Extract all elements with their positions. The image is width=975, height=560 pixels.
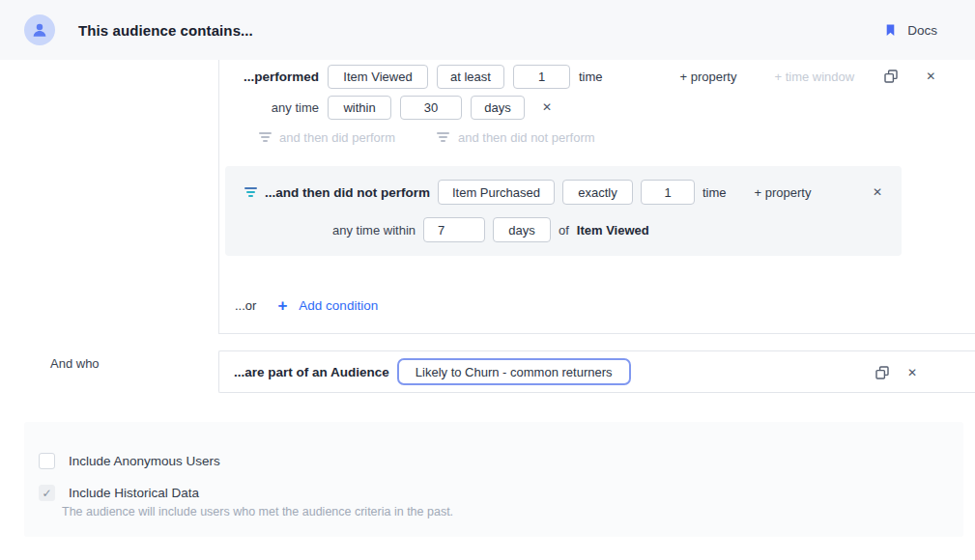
of-event-label: Item Viewed [577, 223, 649, 238]
historical-data-description: The audience will include users who met … [62, 505, 453, 518]
docs-button[interactable]: Docs [884, 0, 937, 60]
and-then-did-perform-option[interactable]: and then did perform [258, 130, 395, 145]
subcount-suffix: time [703, 185, 727, 200]
page-title: This audience contains... [78, 0, 253, 60]
header: This audience contains... Docs [0, 0, 975, 60]
historical-data-checkbox[interactable]: ✓ [39, 485, 55, 501]
subevent-select[interactable]: Item Purchased [438, 180, 555, 205]
options-panel: Include Anonymous Users ✓ Include Histor… [24, 422, 963, 537]
add-time-window-button[interactable]: + time window [774, 70, 854, 84]
condition-card-bottom-border [218, 333, 975, 334]
sub-time-label: any time within [244, 223, 416, 238]
add-condition-button[interactable]: Add condition [299, 298, 378, 313]
audience-row-label: ...are part of an Audience [234, 365, 389, 379]
time-unit-select[interactable]: days [471, 96, 525, 120]
or-label: ...or [235, 298, 256, 313]
audience-row: ...are part of an Audience Likely to Chu… [234, 358, 631, 385]
subcondition-time-row: any time within days of Item Viewed [244, 217, 649, 242]
duplicate-audience-icon[interactable] [875, 366, 889, 379]
audience-select[interactable]: Likely to Churn - common returners [397, 358, 631, 385]
filter-icon [258, 132, 272, 142]
anytime-label: any time [225, 100, 319, 115]
remove-audience-icon[interactable]: ✕ [907, 367, 917, 378]
historical-data-option: ✓ Include Historical Data [39, 485, 199, 501]
performed-label: ...performed [225, 70, 319, 84]
anonymous-users-checkbox[interactable] [39, 453, 55, 469]
suboperator-select[interactable]: exactly [562, 180, 633, 205]
docs-label: Docs [907, 23, 937, 38]
subcondition-row: ...and then did not perform Item Purchas… [244, 180, 882, 205]
bookmark-icon [884, 22, 897, 38]
subcount-input[interactable] [641, 180, 695, 205]
sequence-options-row: and then did perform and then did not pe… [258, 127, 595, 147]
and-then-did-not-perform-option[interactable]: and then did not perform [437, 130, 595, 145]
operator-select[interactable]: at least [437, 65, 504, 89]
audience-row-actions: ✕ [875, 366, 917, 379]
subcondition-label: ...and then did not perform [265, 185, 430, 200]
person-icon [31, 21, 48, 39]
sequence-filter-icon [244, 187, 257, 197]
or-row: ...or + Add condition [235, 295, 378, 315]
time-operator-select[interactable]: within [328, 96, 391, 120]
audience-builder-page: This audience contains... Docs ...perfor… [0, 0, 975, 560]
event-select[interactable]: Item Viewed [328, 65, 428, 89]
add-property-button[interactable]: + property [680, 70, 737, 84]
avatar [24, 14, 55, 45]
condition-card-left-border [218, 60, 219, 333]
sub-add-property-button[interactable]: + property [755, 185, 812, 200]
time-window-row: any time within days ✕ [225, 95, 552, 120]
of-label: of [559, 223, 569, 238]
remove-time-window-icon[interactable]: ✕ [542, 101, 552, 113]
sub-time-unit-select[interactable]: days [493, 217, 551, 242]
anonymous-users-option: Include Anonymous Users [39, 453, 220, 469]
time-value-input[interactable] [400, 96, 462, 120]
remove-condition-icon[interactable]: ✕ [926, 70, 935, 82]
duplicate-condition-icon[interactable] [884, 70, 898, 83]
anonymous-users-label: Include Anonymous Users [69, 454, 220, 468]
remove-subcondition-icon[interactable]: ✕ [873, 186, 882, 198]
performed-row: ...performed Item Viewed at least time +… [225, 64, 935, 89]
count-suffix: time [579, 70, 603, 84]
subcondition-panel: ...and then did not perform Item Purchas… [225, 166, 902, 256]
filter-icon [437, 132, 450, 142]
plus-icon: + [277, 297, 287, 314]
sub-time-value-input[interactable] [423, 217, 485, 242]
historical-data-label: Include Historical Data [69, 486, 199, 500]
connector-label: And who [50, 356, 100, 371]
count-input[interactable] [513, 65, 570, 89]
